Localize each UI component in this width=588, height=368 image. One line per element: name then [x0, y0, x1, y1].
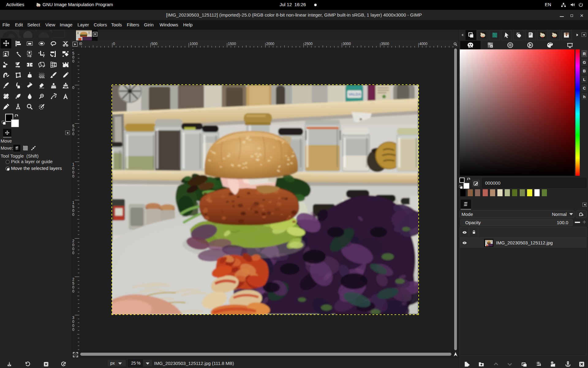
svg-text:0: 0	[72, 251, 74, 255]
svg-text:0: 0	[72, 209, 74, 213]
svg-text:5: 5	[72, 124, 74, 128]
svg-text:2: 2	[72, 239, 74, 243]
svg-text:500: 500	[151, 42, 157, 46]
svg-text:3000: 3000	[343, 42, 351, 46]
svg-text:K: K	[491, 45, 492, 48]
svg-text:VALDA: VALDA	[349, 92, 361, 97]
svg-text:1: 1	[72, 201, 74, 205]
svg-text:0: 0	[72, 285, 74, 289]
svg-text:0: 0	[72, 170, 74, 174]
svg-text:0: 0	[113, 42, 115, 46]
svg-text:0: 0	[72, 324, 74, 328]
svg-text:0: 0	[72, 128, 74, 132]
svg-text:1: 1	[72, 162, 74, 167]
svg-text:4000: 4000	[419, 42, 428, 46]
svg-text:0: 0	[72, 243, 74, 247]
svg-text:5: 5	[72, 281, 74, 286]
svg-text:3500: 3500	[381, 42, 389, 46]
svg-text:0: 0	[72, 320, 74, 324]
svg-text:1500: 1500	[228, 42, 236, 46]
svg-text:0: 0	[72, 247, 74, 251]
svg-text:0: 0	[72, 289, 74, 293]
svg-text:0: 0	[72, 174, 74, 178]
svg-text:3: 3	[72, 316, 74, 320]
svg-text:0: 0	[72, 86, 74, 90]
svg-text:0: 0	[72, 328, 74, 332]
svg-text:0: 0	[72, 132, 74, 136]
svg-text:2: 2	[72, 277, 74, 282]
svg-text:-500: -500	[79, 42, 82, 46]
svg-text:0: 0	[72, 213, 74, 217]
svg-text:0: 0	[72, 166, 74, 171]
svg-text:0: 0	[72, 55, 74, 59]
svg-text:2000: 2000	[266, 42, 274, 46]
svg-text:1000: 1000	[190, 42, 198, 46]
svg-text:2500: 2500	[304, 42, 313, 46]
svg-text:5: 5	[72, 205, 74, 209]
svg-text:C: C	[488, 43, 490, 45]
svg-text:0: 0	[72, 59, 74, 63]
svg-text:5: 5	[72, 51, 74, 56]
